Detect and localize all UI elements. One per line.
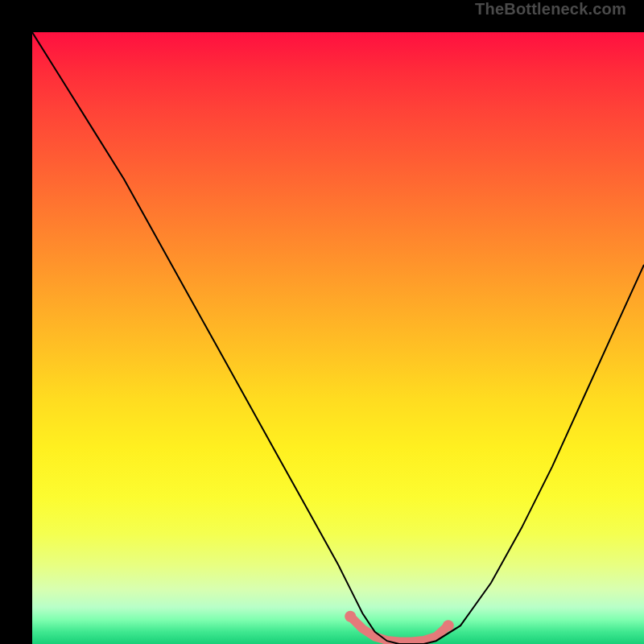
bottleneck-curve — [32, 32, 644, 644]
watermark-text: TheBottleneck.com — [475, 0, 626, 19]
sweet-spot-dot — [345, 611, 356, 622]
chart-frame — [16, 16, 628, 628]
chart-svg — [32, 32, 644, 644]
sweet-spot-band — [345, 611, 454, 642]
sweet-spot-line — [350, 617, 448, 642]
sweet-spot-dot — [443, 620, 454, 631]
plot-area — [32, 32, 644, 644]
